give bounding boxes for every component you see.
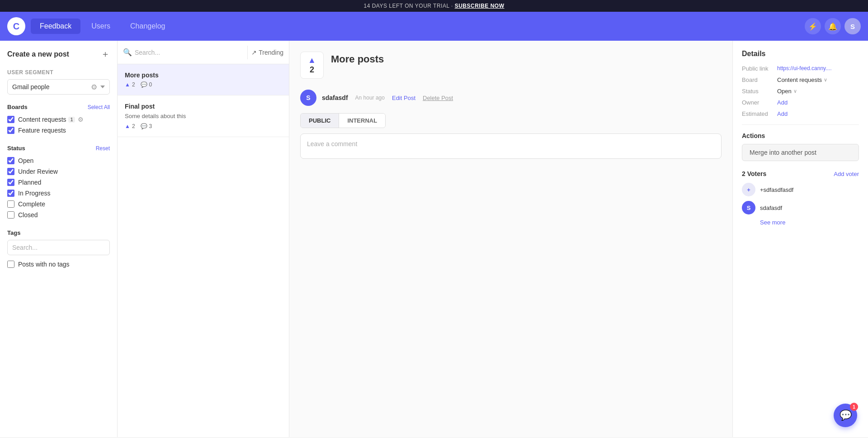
top-nav: C Feedback Users Changelog ⚡ 🔔 S [0, 12, 868, 41]
status-checkbox-open[interactable] [7, 157, 14, 164]
voter-name-1: +sdfasdfasdf [760, 186, 793, 193]
status-closed[interactable]: Closed [7, 209, 110, 220]
board-item-feature[interactable]: Feature requests [7, 125, 110, 136]
board-dropdown-icon[interactable]: ∨ [824, 77, 827, 83]
status-checkbox-closed[interactable] [7, 211, 14, 219]
segment-section-label: User Segment [7, 69, 110, 76]
status-checkbox-complete[interactable] [7, 200, 14, 208]
status-value: Open [777, 88, 792, 95]
voters-title: 2 Voters [742, 170, 766, 177]
tags-search-input[interactable] [7, 240, 110, 255]
detail-estimated: Estimated Add [742, 110, 859, 117]
trending-label: Trending [259, 49, 283, 56]
post-item-1[interactable]: More posts ▲ 2 💬 0 [118, 64, 289, 95]
board-row-content: Content requests 1 ⚙ [18, 116, 84, 123]
voter-avatar-2: S [742, 201, 755, 214]
voter-row-2: S sdafasdf [742, 201, 859, 214]
author-avatar: S [300, 90, 316, 106]
comment-box[interactable]: Leave a comment [300, 133, 722, 159]
detail-owner: Owner Add [742, 99, 859, 106]
vote-box[interactable]: ▲ 2 [300, 52, 324, 79]
status-checkbox-in-progress[interactable] [7, 190, 14, 197]
subscribe-link[interactable]: SUBSCRIBE NOW [455, 3, 505, 9]
nav-right: ⚡ 🔔 S [805, 18, 861, 34]
status-under-review[interactable]: Under Review [7, 166, 110, 177]
board-label-content: Content requests [18, 116, 66, 123]
no-tags-item[interactable]: Posts with no tags [7, 259, 110, 270]
status-checkbox-planned[interactable] [7, 179, 14, 186]
bell-icon-btn[interactable]: 🔔 [825, 18, 841, 34]
nav-tab-feedback[interactable]: Feedback [31, 19, 80, 34]
board-count-content: 1 [68, 117, 75, 123]
select-all-link[interactable]: Select All [88, 104, 110, 110]
estimated-label: Estimated [742, 110, 774, 117]
search-box: 🔍 [123, 48, 244, 57]
upvote-icon-1: ▲ [125, 81, 130, 88]
logo: C [7, 17, 25, 35]
tab-internal[interactable]: INTERNAL [339, 114, 385, 128]
estimated-add-link[interactable]: Add [777, 110, 788, 117]
create-post-row[interactable]: Create a new post ＋ [7, 48, 110, 60]
search-input[interactable] [135, 49, 244, 56]
upvote-icon-2: ▲ [125, 123, 130, 129]
board-label: Board [742, 76, 774, 83]
chat-bubble[interactable]: 💬 1 [834, 404, 857, 427]
owner-label: Owner [742, 99, 774, 106]
status-title: Status [7, 145, 25, 152]
post-comments-2: 💬 3 [141, 123, 152, 129]
comment-count-1: 0 [149, 81, 152, 88]
status-open[interactable]: Open [7, 155, 110, 166]
nav-tab-users[interactable]: Users [82, 19, 119, 34]
post-item-2[interactable]: Final post Some details about this ▲ 2 💬… [118, 95, 289, 137]
voters-header: 2 Voters Add voter [742, 170, 859, 177]
status-in-progress[interactable]: In Progress [7, 188, 110, 199]
edit-post-link[interactable]: Edit Post [392, 95, 415, 101]
delete-post-link[interactable]: Delete Post [423, 95, 453, 101]
tags-title: Tags [7, 229, 110, 236]
board-checkbox-content[interactable] [7, 116, 14, 123]
trending-button[interactable]: ↗ Trending [251, 49, 283, 56]
board-checkbox-feature[interactable] [7, 127, 14, 134]
board-item-content[interactable]: Content requests 1 ⚙ [7, 114, 110, 125]
tags-section: Tags Posts with no tags [7, 229, 110, 270]
post-title-1: More posts [125, 71, 282, 79]
boards-title: Boards [7, 104, 28, 110]
voter-row-1: + +sdfasdfasdf [742, 183, 859, 196]
board-settings-icon[interactable]: ⚙ [78, 116, 84, 123]
status-label-complete: Complete [18, 200, 45, 208]
main-layout: Create a new post ＋ User Segment Gmail p… [0, 41, 868, 437]
add-voter-link[interactable]: Add voter [834, 171, 859, 177]
lightning-icon-btn[interactable]: ⚡ [805, 18, 821, 34]
post-votes-2: ▲ 2 [125, 123, 135, 129]
vote-count-2: 2 [132, 123, 135, 129]
actions-title: Actions [742, 132, 859, 139]
no-tags-checkbox[interactable] [7, 261, 14, 268]
post-author-row: S sdafasdf An hour ago Edit Post Delete … [300, 90, 722, 106]
post-votes-1: ▲ 2 [125, 81, 135, 88]
public-link-value[interactable]: https://ui-feed.canny.... [777, 65, 832, 71]
see-more-link[interactable]: See more [760, 219, 859, 226]
tab-public[interactable]: PUBLIC [301, 114, 339, 128]
board-value: Content requests [777, 76, 822, 83]
status-label-in-progress: In Progress [18, 190, 51, 197]
owner-add-link[interactable]: Add [777, 99, 788, 106]
status-planned[interactable]: Planned [7, 177, 110, 188]
status-dropdown-icon[interactable]: ∨ [793, 88, 797, 94]
status-checkbox-under-review[interactable] [7, 168, 14, 175]
status-label-open: Open [18, 157, 33, 164]
merge-button[interactable]: Merge into another post [742, 144, 859, 161]
nav-tab-changelog[interactable]: Changelog [121, 19, 174, 34]
gear-icon[interactable]: ⚙ [91, 83, 97, 91]
author-name: sdafasdf [322, 94, 348, 101]
post-title-main: More posts [331, 52, 722, 65]
vote-count-1: 2 [132, 81, 135, 88]
nav-tabs: Feedback Users Changelog [31, 19, 805, 34]
divider [247, 46, 248, 59]
boards-header: Boards Select All [7, 104, 110, 110]
post-time: An hour ago [355, 95, 385, 101]
comment-icon-1: 💬 [141, 81, 147, 88]
user-avatar[interactable]: S [844, 18, 861, 34]
status-complete[interactable]: Complete [7, 199, 110, 209]
post-comments-1: 💬 0 [141, 81, 152, 88]
status-reset-link[interactable]: Reset [96, 145, 110, 152]
